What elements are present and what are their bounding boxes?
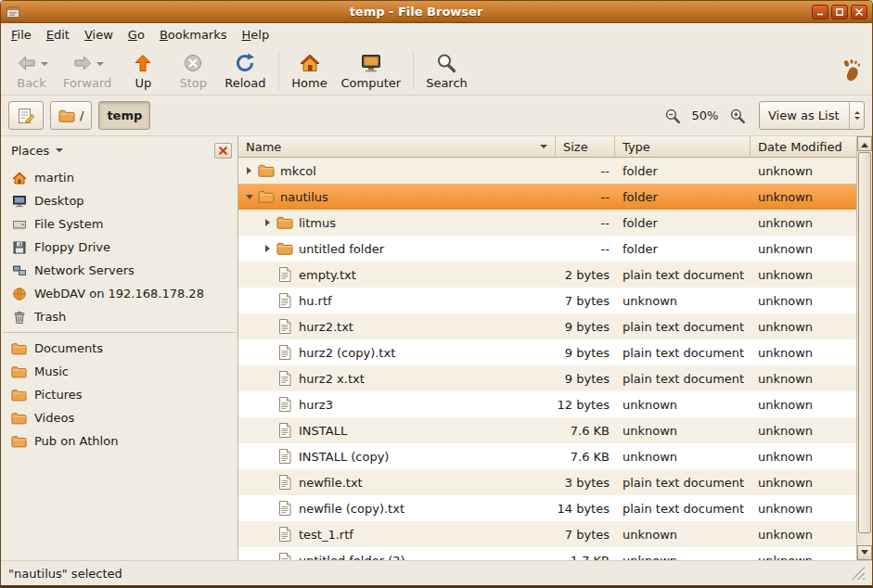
file-date-cell: unknown bbox=[751, 365, 856, 391]
menu-edit[interactable]: Edit bbox=[39, 23, 77, 46]
file-row-test-1-rtf[interactable]: test_1.rtf7 bytesunknownunknown bbox=[238, 521, 856, 547]
toolbar-separator bbox=[278, 51, 279, 90]
text-file-icon bbox=[276, 553, 293, 560]
sidebar-item-music[interactable]: Music bbox=[1, 360, 238, 383]
file-row-hurz3[interactable]: hurz312 bytesunknownunknown bbox=[238, 391, 856, 417]
text-file-icon bbox=[276, 293, 293, 308]
toolbar-reload-button[interactable]: Reload bbox=[218, 48, 272, 94]
expander-collapsed-icon[interactable] bbox=[261, 245, 275, 252]
toolbar-back-button[interactable]: Back bbox=[6, 48, 57, 94]
file-date-cell: unknown bbox=[751, 210, 856, 236]
file-name-cell: INSTALL bbox=[238, 417, 556, 443]
sidebar-item-webdav-on-192-168-178-28[interactable]: WebDAV on 192.168.178.28 bbox=[1, 282, 238, 305]
location-bar: / temp 50% View as List bbox=[1, 96, 872, 136]
path-root-button[interactable]: / bbox=[50, 101, 92, 130]
file-row-empty-txt[interactable]: empty.txt2 bytesplain text documentunkno… bbox=[238, 262, 856, 288]
chevron-down-icon[interactable] bbox=[41, 62, 48, 70]
toolbar-forward-button[interactable]: Forward bbox=[57, 48, 118, 94]
file-row-newfile-txt[interactable]: newfile.txt3 bytesplain text documentunk… bbox=[238, 469, 856, 495]
column-header-size[interactable]: Size bbox=[556, 136, 615, 158]
folder-icon bbox=[258, 190, 275, 203]
sidebar-item-pub-on-athlon[interactable]: Pub on Athlon bbox=[1, 429, 238, 453]
toolbar-computer-button[interactable]: Computer bbox=[335, 48, 408, 94]
sidebar-item-floppy-drive[interactable]: Floppy Drive bbox=[1, 236, 238, 259]
minimize-button[interactable] bbox=[812, 5, 828, 19]
close-sidebar-button[interactable] bbox=[214, 143, 232, 159]
file-name-cell: INSTALL (copy) bbox=[238, 443, 556, 469]
close-button[interactable] bbox=[851, 5, 867, 19]
folder-icon bbox=[276, 242, 293, 255]
file-name-cell: hurz2.txt bbox=[238, 313, 556, 339]
menu-file[interactable]: File bbox=[4, 23, 39, 46]
sidebar-item-pictures[interactable]: Pictures bbox=[1, 383, 238, 406]
spinner-icon bbox=[849, 102, 864, 129]
expander-collapsed-icon[interactable] bbox=[242, 167, 256, 174]
file-size-cell: 12 bytes bbox=[556, 391, 615, 417]
file-name-cell: newfile (copy).txt bbox=[238, 495, 556, 521]
column-header-type[interactable]: Type bbox=[615, 136, 751, 158]
sidebar-separator bbox=[3, 332, 236, 333]
file-row-untitled-folder-2[interactable]: untitled folder (2)1.7 KBunknownunknown bbox=[238, 547, 856, 560]
toolbar-separator bbox=[413, 51, 414, 90]
file-row-nautilus[interactable]: nautilus--folderunknown bbox=[238, 184, 856, 210]
path-current-button[interactable]: temp bbox=[98, 101, 150, 130]
expander-collapsed-icon[interactable] bbox=[261, 219, 275, 226]
sidebar-item-documents[interactable]: Documents bbox=[1, 337, 238, 360]
column-header-name[interactable]: Name bbox=[238, 136, 556, 158]
file-row-untitled-folder[interactable]: untitled folder--folderunknown bbox=[238, 236, 856, 262]
text-file-icon bbox=[276, 319, 293, 334]
file-row-hurz2-x-txt[interactable]: hurz2 x.txt9 bytesplain text documentunk… bbox=[238, 365, 856, 391]
file-row-litmus[interactable]: litmus--folderunknown bbox=[238, 210, 856, 236]
file-row-hurz2-txt[interactable]: hurz2.txt9 bytesplain text documentunkno… bbox=[238, 313, 856, 339]
scroll-down-button[interactable] bbox=[857, 545, 872, 560]
edit-location-button[interactable] bbox=[8, 101, 44, 130]
zoom-out-button[interactable] bbox=[661, 105, 684, 127]
menu-view[interactable]: View bbox=[77, 23, 121, 46]
sidebar-item-desktop[interactable]: Desktop bbox=[1, 189, 238, 212]
toolbar-home-button[interactable]: Home bbox=[285, 48, 335, 94]
sidebar-item-network-servers[interactable]: Network Servers bbox=[1, 259, 238, 282]
scrollbar-thumb[interactable] bbox=[858, 152, 871, 533]
file-row-newfile-copy-txt[interactable]: newfile (copy).txt14 bytesplain text doc… bbox=[238, 495, 856, 521]
title-bar[interactable]: temp - File Browser bbox=[1, 1, 872, 23]
menu-bookmarks[interactable]: Bookmarks bbox=[152, 23, 235, 46]
file-row-hu-rtf[interactable]: hu.rtf7 bytesunknownunknown bbox=[238, 288, 856, 313]
file-type-cell: folder bbox=[615, 210, 751, 236]
zoom-in-button[interactable] bbox=[726, 105, 749, 127]
file-row-hurz2-copy-txt[interactable]: hurz2 (copy).txt9 bytesplain text docume… bbox=[238, 339, 856, 365]
column-header-date-modified[interactable]: Date Modified bbox=[751, 136, 856, 158]
sidebar-item-martin[interactable]: martin bbox=[1, 166, 238, 189]
folder-icon bbox=[11, 435, 27, 448]
file-type-cell: unknown bbox=[615, 417, 751, 443]
scroll-up-button[interactable] bbox=[857, 136, 872, 151]
view-mode-select[interactable]: View as List bbox=[759, 101, 865, 130]
file-row-install[interactable]: INSTALL7.6 KBunknownunknown bbox=[238, 417, 856, 443]
sidebar-item-trash[interactable]: Trash bbox=[1, 305, 238, 328]
toolbar-stop-button[interactable]: Stop bbox=[168, 48, 218, 94]
sidebar-item-file-system[interactable]: File System bbox=[1, 212, 238, 236]
chevron-down-icon[interactable] bbox=[96, 62, 104, 70]
file-row-mkcol[interactable]: mkcol--folderunknown bbox=[238, 158, 856, 184]
menu-go[interactable]: Go bbox=[121, 23, 152, 46]
file-name-cell: test_1.rtf bbox=[238, 521, 556, 547]
resize-grip[interactable] bbox=[852, 567, 865, 580]
folder-icon bbox=[11, 342, 27, 355]
places-sidebar: Places martinDesktopFile SystemFloppy Dr… bbox=[1, 136, 238, 560]
folder-icon bbox=[58, 109, 75, 122]
menu-help[interactable]: Help bbox=[235, 23, 277, 46]
file-name-cell: hurz2 (copy).txt bbox=[238, 339, 556, 365]
sidebar-item-videos[interactable]: Videos bbox=[1, 406, 238, 429]
vertical-scrollbar[interactable] bbox=[856, 136, 872, 560]
chevron-down-icon bbox=[854, 117, 860, 122]
places-header[interactable]: Places bbox=[1, 136, 238, 164]
maximize-button[interactable] bbox=[831, 5, 848, 19]
drive-icon bbox=[11, 217, 27, 232]
expander-expanded-icon[interactable] bbox=[242, 191, 256, 203]
toolbar-up-button[interactable]: Up bbox=[118, 48, 168, 94]
chevron-down-icon bbox=[56, 148, 63, 156]
toolbar-search-button[interactable]: Search bbox=[419, 48, 474, 94]
file-size-cell: 7 bytes bbox=[556, 521, 615, 547]
zoom-in-icon bbox=[729, 108, 746, 124]
file-row-install-copy[interactable]: INSTALL (copy)7.6 KBunknownunknown bbox=[238, 443, 856, 469]
file-name-label: empty.txt bbox=[299, 268, 356, 282]
